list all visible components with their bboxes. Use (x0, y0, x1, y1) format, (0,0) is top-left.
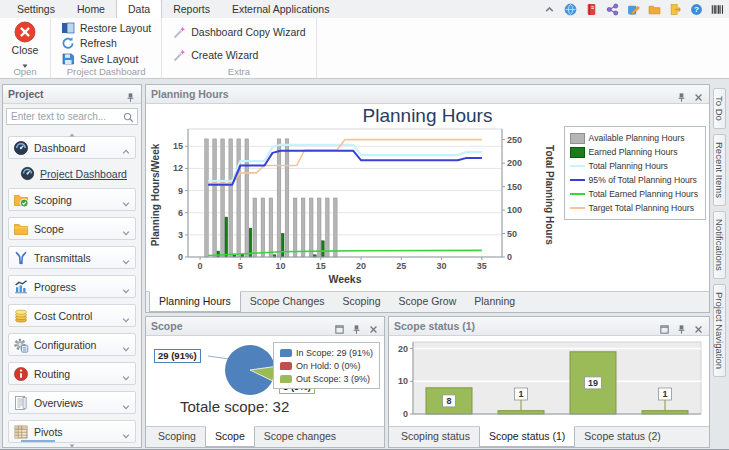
chevron-down-icon[interactable] (121, 195, 131, 205)
scope-tab-scoping[interactable]: Scoping (149, 427, 205, 447)
sidebar-item-configuration[interactable]: Configuration (8, 333, 136, 356)
svg-text:3: 3 (178, 230, 183, 240)
scroll-up-button[interactable] (3, 127, 141, 135)
barcode-icon[interactable] (711, 2, 724, 15)
svg-text:19: 19 (588, 378, 598, 388)
ribbon-tab-home[interactable]: Home (66, 0, 116, 18)
share-nodes-icon[interactable] (606, 2, 619, 15)
status-tab-scope-status-2[interactable]: Scope status (2) (575, 427, 669, 447)
svg-text:20: 20 (356, 261, 366, 271)
right-dock-tab-strip: To DoRecent ItemsNotificationsProject Na… (712, 84, 729, 450)
gauge-icon (20, 166, 35, 181)
sidebar-item-overviews[interactable]: Overviews (8, 391, 136, 414)
sidebar-scrollbar[interactable] (3, 436, 141, 447)
chevron-down-icon[interactable] (121, 282, 131, 292)
pin-icon[interactable] (676, 89, 687, 100)
button-label: Restore Layout (80, 22, 151, 34)
sidebar-item-scope[interactable]: Scope (8, 217, 136, 240)
dock-tab-to-do[interactable]: To Do (713, 88, 726, 129)
ribbon-tab-settings[interactable]: Settings (6, 0, 66, 18)
application-window: SettingsHomeDataReportsExternal Applicat… (0, 0, 729, 450)
scope-tab-scope-changes[interactable]: Scope changes (255, 427, 345, 447)
funnel-icon (13, 250, 29, 266)
pin-icon[interactable] (125, 89, 136, 100)
folder-check-icon (13, 192, 29, 208)
close-icon[interactable] (368, 321, 379, 332)
planning-tab-scope-grow[interactable]: Scope Grow (389, 292, 465, 312)
export-icon[interactable] (669, 2, 682, 15)
chevron-down-icon[interactable] (121, 340, 131, 350)
dock-tab-project-navigation[interactable]: Project Navigation (713, 284, 726, 377)
pin-icon[interactable] (351, 321, 362, 332)
sidebar-item-progress[interactable]: Progress (8, 275, 136, 298)
chevron-down-icon[interactable] (121, 398, 131, 408)
dashboard-copy-wizard-button[interactable]: Dashboard Copy Wizard (168, 24, 309, 39)
dock-tab-recent-items[interactable]: Recent Items (713, 134, 726, 206)
planning-panel-title: Planning Hours (151, 88, 670, 100)
chevron-up-icon[interactable] (121, 143, 131, 153)
ribbon-tab-external-applications[interactable]: External Applications (221, 0, 340, 18)
list-doc-icon (13, 395, 29, 411)
dock-tab-notifications[interactable]: Notifications (713, 211, 726, 279)
scope-status-panel-header: Scope status (1) (389, 317, 709, 336)
svg-text:200: 200 (507, 158, 522, 168)
sidebar-item-label: Cost Control (34, 310, 121, 322)
legend-item: Target Total Planning Hours (570, 201, 698, 215)
ribbon-tab-data[interactable]: Data (116, 0, 162, 18)
maximize-icon[interactable] (334, 321, 345, 332)
scope-status-bar-chart: 8119101020 (389, 336, 709, 426)
scope-total-label: Totale scope: 32 (180, 398, 289, 415)
restore-layout-button[interactable]: Restore Layout (57, 20, 155, 35)
help-icon[interactable]: ? (690, 2, 703, 15)
chevron-down-icon[interactable] (121, 253, 131, 263)
svg-text:0: 0 (403, 409, 408, 419)
chevron-down-icon[interactable] (121, 427, 131, 437)
planning-tab-scope-changes[interactable]: Scope Changes (241, 292, 334, 312)
scope-status-panel-tab-bar: Scoping statusScope status (1)Scope stat… (389, 426, 709, 447)
planning-panel-tab-bar: Planning HoursScope ChangesScopingScope … (146, 291, 709, 312)
close-button[interactable]: Close (6, 20, 44, 65)
edit-icon[interactable] (627, 2, 640, 15)
scope-tab-scope[interactable]: Scope (205, 426, 255, 447)
maximize-icon[interactable] (659, 321, 670, 332)
folder-icon[interactable] (648, 2, 661, 15)
scrollbar-thumb[interactable] (21, 440, 55, 442)
close-icon[interactable] (693, 89, 704, 100)
globe-icon[interactable] (564, 2, 577, 15)
svg-text:100: 100 (507, 205, 522, 215)
collapse-ribbon-icon[interactable] (543, 2, 556, 15)
svg-text:12: 12 (173, 163, 183, 173)
search-input[interactable] (6, 108, 138, 125)
ribbon-group-label: Extra (162, 66, 315, 77)
planning-tab-planning[interactable]: Planning (465, 292, 524, 312)
svg-text:0: 0 (178, 252, 183, 262)
svg-text:15: 15 (316, 261, 326, 271)
pie-legend-item: In Scope: 29 (91%) (280, 346, 373, 359)
sidebar-item-routing[interactable]: Routing (8, 362, 136, 385)
ribbon-tab-reports[interactable]: Reports (162, 0, 221, 18)
chevron-down-icon[interactable] (121, 311, 131, 321)
sidebar-link-project-dashboard[interactable]: Project Dashboard (20, 165, 136, 182)
pin-icon[interactable] (676, 321, 687, 332)
legend-item: Total Planning Hours (570, 159, 698, 173)
status-tab-scope-status-1[interactable]: Scope status (1) (479, 426, 575, 447)
create-wizard-button[interactable]: Create Wizard (168, 47, 309, 62)
chevron-down-icon[interactable] (121, 224, 131, 234)
chevron-down-icon[interactable] (121, 369, 131, 379)
sidebar-link-label[interactable]: Project Dashboard (40, 168, 127, 180)
ribbon-group-project-dashboard: Restore LayoutRefreshSave LayoutProject … (51, 18, 162, 78)
refresh-icon (61, 36, 75, 50)
sidebar-item-cost-control[interactable]: Cost Control (8, 304, 136, 327)
refresh-button[interactable]: Refresh (57, 36, 155, 51)
close-icon[interactable] (693, 321, 704, 332)
sidebar-item-transmittals[interactable]: Transmittals (8, 246, 136, 269)
planning-tab-planning-hours[interactable]: Planning Hours (149, 291, 241, 312)
planning-tab-scoping[interactable]: Scoping (334, 292, 390, 312)
documentation-icon[interactable] (585, 2, 598, 15)
save-layout-button[interactable]: Save Layout (57, 51, 155, 66)
svg-text:?: ? (694, 5, 699, 14)
folder-icon (13, 221, 29, 237)
sidebar-item-scoping[interactable]: Scoping (8, 188, 136, 211)
status-tab-scoping-status[interactable]: Scoping status (392, 427, 479, 447)
scroll-down-button[interactable] (67, 437, 77, 447)
